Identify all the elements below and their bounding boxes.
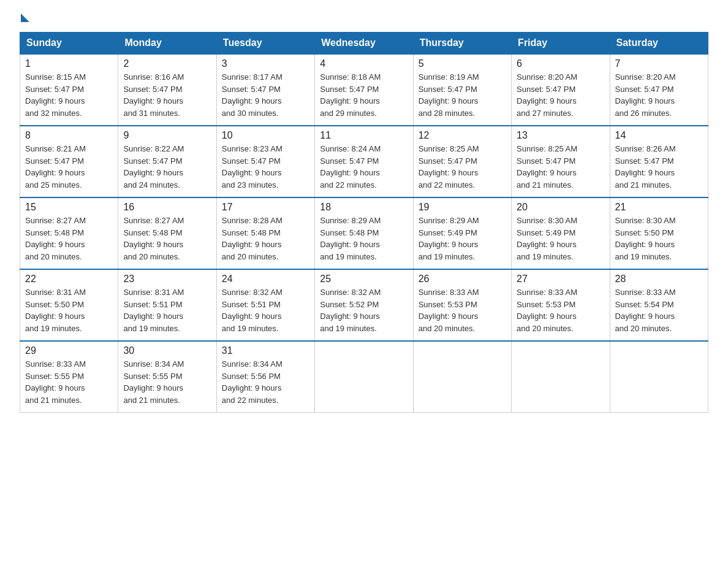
calendar-cell: 2 Sunrise: 8:16 AMSunset: 5:47 PMDayligh… — [118, 54, 216, 126]
calendar-cell: 9 Sunrise: 8:22 AMSunset: 5:47 PMDayligh… — [118, 126, 216, 197]
day-info: Sunrise: 8:33 AMSunset: 5:53 PMDaylight:… — [419, 286, 506, 334]
calendar-week-row: 29 Sunrise: 8:33 AMSunset: 5:55 PMDaylig… — [20, 341, 708, 413]
day-info: Sunrise: 8:21 AMSunset: 5:47 PMDaylight:… — [25, 143, 113, 191]
weekday-header-thursday: Thursday — [413, 33, 511, 55]
calendar-cell: 7 Sunrise: 8:20 AMSunset: 5:47 PMDayligh… — [610, 54, 708, 126]
calendar-cell: 31 Sunrise: 8:34 AMSunset: 5:56 PMDaylig… — [216, 341, 314, 413]
calendar-cell: 14 Sunrise: 8:26 AMSunset: 5:47 PMDaylig… — [610, 126, 708, 197]
day-number: 3 — [222, 58, 309, 69]
day-info: Sunrise: 8:30 AMSunset: 5:49 PMDaylight:… — [517, 215, 604, 262]
calendar-week-row: 22 Sunrise: 8:31 AMSunset: 5:50 PMDaylig… — [20, 269, 708, 341]
calendar-cell: 27 Sunrise: 8:33 AMSunset: 5:53 PMDaylig… — [512, 269, 610, 341]
weekday-header-wednesday: Wednesday — [315, 33, 413, 55]
calendar-cell: 1 Sunrise: 8:15 AMSunset: 5:47 PMDayligh… — [20, 54, 118, 126]
day-number: 1 — [25, 58, 113, 69]
day-number: 30 — [123, 345, 211, 356]
day-number: 23 — [123, 274, 211, 285]
day-info: Sunrise: 8:34 AMSunset: 5:55 PMDaylight:… — [123, 358, 211, 406]
day-info: Sunrise: 8:19 AMSunset: 5:47 PMDaylight:… — [419, 71, 506, 119]
calendar-cell: 6 Sunrise: 8:20 AMSunset: 5:47 PMDayligh… — [512, 54, 610, 126]
weekday-header-monday: Monday — [118, 33, 216, 55]
calendar-cell — [610, 341, 708, 413]
day-number: 10 — [222, 130, 309, 141]
day-number: 16 — [123, 202, 211, 213]
day-number: 17 — [222, 202, 309, 213]
day-number: 18 — [320, 202, 408, 213]
day-number: 31 — [222, 345, 309, 356]
calendar-week-row: 15 Sunrise: 8:27 AMSunset: 5:48 PMDaylig… — [20, 197, 708, 269]
day-number: 5 — [419, 58, 506, 69]
calendar-cell: 11 Sunrise: 8:24 AMSunset: 5:47 PMDaylig… — [315, 126, 413, 197]
day-info: Sunrise: 8:31 AMSunset: 5:50 PMDaylight:… — [25, 286, 113, 334]
calendar-cell: 16 Sunrise: 8:27 AMSunset: 5:48 PMDaylig… — [118, 197, 216, 269]
weekday-header-sunday: Sunday — [20, 33, 118, 55]
calendar-cell: 22 Sunrise: 8:31 AMSunset: 5:50 PMDaylig… — [20, 269, 118, 341]
day-number: 24 — [222, 274, 309, 285]
logo — [20, 15, 29, 21]
calendar-cell: 17 Sunrise: 8:28 AMSunset: 5:48 PMDaylig… — [216, 197, 314, 269]
day-number: 9 — [123, 130, 211, 141]
day-number: 19 — [419, 202, 506, 213]
day-info: Sunrise: 8:15 AMSunset: 5:47 PMDaylight:… — [25, 71, 113, 119]
calendar-cell: 20 Sunrise: 8:30 AMSunset: 5:49 PMDaylig… — [512, 197, 610, 269]
day-number: 29 — [25, 345, 113, 356]
calendar-cell: 3 Sunrise: 8:17 AMSunset: 5:47 PMDayligh… — [216, 54, 314, 126]
calendar-cell: 25 Sunrise: 8:32 AMSunset: 5:52 PMDaylig… — [315, 269, 413, 341]
calendar-cell — [413, 341, 511, 413]
calendar-header: SundayMondayTuesdayWednesdayThursdayFrid… — [20, 33, 708, 55]
weekday-header-saturday: Saturday — [610, 33, 708, 55]
calendar-cell: 12 Sunrise: 8:25 AMSunset: 5:47 PMDaylig… — [413, 126, 511, 197]
day-number: 26 — [419, 274, 506, 285]
day-info: Sunrise: 8:23 AMSunset: 5:47 PMDaylight:… — [222, 143, 309, 191]
calendar-cell: 5 Sunrise: 8:19 AMSunset: 5:47 PMDayligh… — [413, 54, 511, 126]
day-info: Sunrise: 8:29 AMSunset: 5:48 PMDaylight:… — [320, 215, 408, 262]
day-info: Sunrise: 8:27 AMSunset: 5:48 PMDaylight:… — [25, 215, 113, 262]
day-number: 13 — [517, 130, 604, 141]
day-info: Sunrise: 8:24 AMSunset: 5:47 PMDaylight:… — [320, 143, 408, 191]
day-info: Sunrise: 8:25 AMSunset: 5:47 PMDaylight:… — [517, 143, 604, 191]
day-info: Sunrise: 8:33 AMSunset: 5:54 PMDaylight:… — [615, 286, 703, 334]
calendar-cell: 8 Sunrise: 8:21 AMSunset: 5:47 PMDayligh… — [20, 126, 118, 197]
day-number: 7 — [615, 58, 703, 69]
day-info: Sunrise: 8:31 AMSunset: 5:51 PMDaylight:… — [123, 286, 211, 334]
calendar-cell: 26 Sunrise: 8:33 AMSunset: 5:53 PMDaylig… — [413, 269, 511, 341]
day-info: Sunrise: 8:20 AMSunset: 5:47 PMDaylight:… — [615, 71, 703, 119]
day-info: Sunrise: 8:29 AMSunset: 5:49 PMDaylight:… — [419, 215, 506, 262]
day-info: Sunrise: 8:28 AMSunset: 5:48 PMDaylight:… — [222, 215, 309, 262]
day-info: Sunrise: 8:30 AMSunset: 5:50 PMDaylight:… — [615, 215, 703, 262]
calendar-cell: 24 Sunrise: 8:32 AMSunset: 5:51 PMDaylig… — [216, 269, 314, 341]
day-number: 21 — [615, 202, 703, 213]
calendar-cell — [512, 341, 610, 413]
calendar-cell: 4 Sunrise: 8:18 AMSunset: 5:47 PMDayligh… — [315, 54, 413, 126]
day-number: 2 — [123, 58, 211, 69]
day-number: 28 — [615, 274, 703, 285]
day-number: 8 — [25, 130, 113, 141]
day-number: 6 — [517, 58, 604, 69]
day-info: Sunrise: 8:22 AMSunset: 5:47 PMDaylight:… — [123, 143, 211, 191]
day-info: Sunrise: 8:25 AMSunset: 5:47 PMDaylight:… — [419, 143, 506, 191]
day-info: Sunrise: 8:17 AMSunset: 5:47 PMDaylight:… — [222, 71, 309, 119]
day-info: Sunrise: 8:27 AMSunset: 5:48 PMDaylight:… — [123, 215, 211, 262]
day-info: Sunrise: 8:16 AMSunset: 5:47 PMDaylight:… — [123, 71, 211, 119]
calendar-cell — [315, 341, 413, 413]
calendar-cell: 29 Sunrise: 8:33 AMSunset: 5:55 PMDaylig… — [20, 341, 118, 413]
day-number: 25 — [320, 274, 408, 285]
calendar-cell: 23 Sunrise: 8:31 AMSunset: 5:51 PMDaylig… — [118, 269, 216, 341]
day-info: Sunrise: 8:34 AMSunset: 5:56 PMDaylight:… — [222, 358, 309, 406]
day-number: 22 — [25, 274, 113, 285]
day-number: 4 — [320, 58, 408, 69]
weekday-header-row: SundayMondayTuesdayWednesdayThursdayFrid… — [20, 33, 708, 55]
calendar-cell: 13 Sunrise: 8:25 AMSunset: 5:47 PMDaylig… — [512, 126, 610, 197]
calendar-cell: 30 Sunrise: 8:34 AMSunset: 5:55 PMDaylig… — [118, 341, 216, 413]
day-info: Sunrise: 8:20 AMSunset: 5:47 PMDaylight:… — [517, 71, 604, 119]
calendar-cell: 18 Sunrise: 8:29 AMSunset: 5:48 PMDaylig… — [315, 197, 413, 269]
day-info: Sunrise: 8:32 AMSunset: 5:52 PMDaylight:… — [320, 286, 408, 334]
calendar-week-row: 8 Sunrise: 8:21 AMSunset: 5:47 PMDayligh… — [20, 126, 708, 197]
calendar-cell: 10 Sunrise: 8:23 AMSunset: 5:47 PMDaylig… — [216, 126, 314, 197]
calendar-table: SundayMondayTuesdayWednesdayThursdayFrid… — [20, 32, 708, 413]
calendar-week-row: 1 Sunrise: 8:15 AMSunset: 5:47 PMDayligh… — [20, 54, 708, 126]
page-header — [20, 15, 708, 21]
day-info: Sunrise: 8:18 AMSunset: 5:47 PMDaylight:… — [320, 71, 408, 119]
day-number: 15 — [25, 202, 113, 213]
day-info: Sunrise: 8:26 AMSunset: 5:47 PMDaylight:… — [615, 143, 703, 191]
